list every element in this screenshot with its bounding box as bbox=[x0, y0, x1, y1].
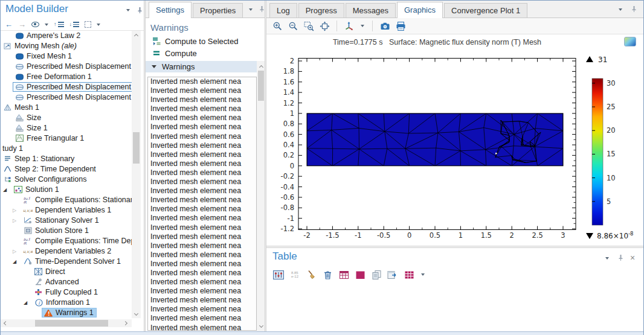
scroll-thumb[interactable] bbox=[133, 132, 140, 164]
tab-progress[interactable]: Progress bbox=[298, 3, 344, 18]
zoom-out-icon[interactable] bbox=[287, 20, 299, 32]
tree-item-size-1[interactable]: Size 1 bbox=[1, 123, 132, 133]
warnings-section-header[interactable]: Warnings bbox=[146, 61, 265, 72]
scroll-up-arrow[interactable] bbox=[132, 31, 141, 39]
warning-list-item[interactable]: Inverted mesh element nea bbox=[148, 250, 256, 260]
tab-messages[interactable]: Messages bbox=[346, 3, 396, 18]
expanded-arrow-icon[interactable]: ◢ bbox=[13, 259, 16, 265]
warning-list-item[interactable]: Inverted mesh element nea bbox=[148, 86, 256, 95]
table-grid-icon[interactable] bbox=[403, 269, 415, 281]
tree-item-step-2-time-dependent[interactable]: Step 2: Time Dependent bbox=[1, 164, 132, 174]
close-icon[interactable]: × bbox=[628, 254, 637, 262]
tree-item-stationary-solver-1[interactable]: ▷Stationary Solver 1 bbox=[1, 215, 132, 226]
back-icon[interactable]: ← bbox=[5, 20, 13, 30]
warning-list-item[interactable]: Inverted mesh element nea bbox=[148, 269, 256, 278]
warning-list-item[interactable]: Inverted mesh element nea bbox=[148, 324, 256, 331]
tab-graphics[interactable]: Graphics bbox=[397, 2, 443, 18]
tree-item-advanced[interactable]: Advanced bbox=[1, 277, 132, 287]
zoom-extents-icon[interactable] bbox=[318, 20, 330, 32]
expanded-arrow-icon[interactable]: ◢ bbox=[3, 187, 7, 193]
forward-icon[interactable]: → bbox=[18, 20, 26, 30]
warning-list-item[interactable]: Inverted mesh element nea bbox=[148, 223, 256, 232]
warning-list-item[interactable]: Inverted mesh element nea bbox=[148, 177, 256, 187]
zoom-in-icon[interactable] bbox=[271, 20, 283, 32]
tree-item-prescribed-mesh-displacement-2[interactable]: Prescribed Mesh Displacement 2 bbox=[1, 82, 132, 92]
tree-item-step-1-stationary[interactable]: Step 1: Stationary bbox=[1, 154, 132, 164]
scroll-thumb[interactable] bbox=[258, 71, 264, 101]
tab-log[interactable]: Log bbox=[269, 3, 297, 18]
move-down-icon[interactable]: ↓ bbox=[69, 20, 80, 30]
warning-list-item[interactable]: Inverted mesh element nea bbox=[148, 141, 256, 150]
tree-item-dependent-variables-2[interactable]: ▷u,v,wDependent Variables 2 bbox=[1, 246, 132, 257]
chevron-down-icon[interactable] bbox=[246, 5, 256, 14]
tree-item-size[interactable]: Size bbox=[1, 113, 132, 123]
update-table-icon[interactable] bbox=[338, 269, 350, 281]
compute-to-selected-button[interactable]: Compute to Selected bbox=[152, 36, 238, 46]
pin-icon[interactable] bbox=[257, 5, 265, 13]
tree-item-free-deformation-1[interactable]: Free Deformation 1 bbox=[1, 72, 132, 82]
color-icon[interactable] bbox=[354, 269, 366, 281]
tree-item-tudy-1[interactable]: tudy 1 bbox=[1, 144, 132, 154]
orientation-icon[interactable] bbox=[343, 20, 355, 32]
warning-list-item[interactable]: Inverted mesh element nea bbox=[148, 132, 256, 141]
warning-list-item[interactable]: Inverted mesh element nea bbox=[148, 150, 256, 159]
pin-icon[interactable] bbox=[616, 254, 625, 262]
show-icon[interactable] bbox=[31, 20, 39, 30]
warning-list-item[interactable]: Inverted mesh element nea bbox=[148, 113, 256, 123]
pin-icon[interactable] bbox=[135, 6, 144, 14]
settings-vscrollbar[interactable] bbox=[257, 61, 265, 331]
full-precision-icon[interactable]: 8.85e-12 bbox=[289, 269, 301, 281]
warning-list-item[interactable]: Inverted mesh element nea bbox=[148, 187, 256, 196]
scroll-thumb[interactable] bbox=[35, 320, 108, 327]
tree-item-moving-mesh-[interactable]: Moving Mesh (ale) bbox=[1, 41, 132, 51]
chevron-down-icon[interactable] bbox=[123, 6, 133, 14]
tree-item-free-triangular-1[interactable]: Free Triangular 1 bbox=[1, 133, 132, 144]
chevron-down-icon[interactable] bbox=[97, 20, 100, 30]
chevron-down-icon[interactable] bbox=[602, 254, 612, 263]
clear-table-icon[interactable] bbox=[305, 269, 317, 281]
scroll-down-arrow[interactable] bbox=[132, 310, 141, 318]
scroll-left-arrow[interactable] bbox=[1, 319, 9, 327]
tree-item-compile-equations-stationary[interactable]: ∂u.f∂tCompile Equations: Stationary bbox=[1, 195, 132, 205]
warning-list-item[interactable]: Inverted mesh element nea bbox=[148, 260, 256, 269]
tree-item-mesh-1[interactable]: Mesh 1 bbox=[1, 103, 132, 113]
move-up-icon[interactable]: ↑ bbox=[54, 20, 64, 30]
tree-item-prescribed-mesh-displacement-3[interactable]: Prescribed Mesh Displacement 3 bbox=[1, 92, 132, 103]
chevron-down-icon[interactable] bbox=[359, 20, 366, 32]
copy-icon[interactable] bbox=[370, 269, 382, 281]
scroll-right-arrow[interactable] bbox=[122, 319, 130, 327]
warning-list-item[interactable]: Inverted mesh element nea bbox=[148, 205, 256, 214]
collapsed-arrow-icon[interactable]: ▷ bbox=[13, 208, 16, 214]
warning-list-item[interactable]: Inverted mesh element nea bbox=[148, 77, 256, 86]
tree-vscrollbar[interactable] bbox=[132, 31, 141, 318]
tree-item-fixed-mesh-1[interactable]: Fixed Mesh 1 bbox=[1, 51, 132, 62]
warning-list-item[interactable]: Inverted mesh element nea bbox=[148, 168, 256, 177]
warning-list-item[interactable]: Inverted mesh element nea bbox=[148, 305, 256, 314]
tree-item-compile-equations-time-depe[interactable]: ∂u.f∂tCompile Equations: Time Depe bbox=[1, 236, 132, 246]
chevron-down-icon[interactable] bbox=[45, 20, 48, 30]
warning-list-item[interactable]: Inverted mesh element nea bbox=[148, 314, 256, 323]
warning-list-item[interactable]: Inverted mesh element nea bbox=[148, 104, 256, 113]
warning-list-item[interactable]: Inverted mesh element nea bbox=[148, 214, 256, 223]
tab-properties[interactable]: Properties bbox=[193, 3, 243, 18]
tree-item-solution-store-1[interactable]: Solution Store 1 bbox=[1, 226, 132, 236]
tree-item-dependent-variables-1[interactable]: ▷u,v,wDependent Variables 1 bbox=[1, 205, 132, 215]
tree-item-fully-coupled-1[interactable]: Fully Coupled 1 bbox=[1, 287, 132, 298]
compute-button[interactable]: Compute bbox=[152, 48, 197, 59]
chevron-down-icon[interactable] bbox=[616, 5, 625, 14]
tree-item-ampere-s-law-2[interactable]: Ampere's Law 2 bbox=[1, 31, 132, 41]
warning-list-item[interactable]: Inverted mesh element nea bbox=[148, 95, 256, 104]
print-icon[interactable] bbox=[394, 20, 407, 32]
collapsed-arrow-icon[interactable]: ▷ bbox=[13, 249, 16, 255]
camera-icon[interactable] bbox=[379, 20, 391, 32]
warning-list-item[interactable]: Inverted mesh element nea bbox=[148, 296, 256, 305]
scroll-down-arrow[interactable] bbox=[257, 322, 265, 330]
warning-list-item[interactable]: Inverted mesh element nea bbox=[148, 196, 256, 205]
tree-item-prescribed-mesh-displacement-1[interactable]: Prescribed Mesh Displacement 1 bbox=[1, 62, 132, 72]
plot-image-icon[interactable] bbox=[624, 37, 636, 46]
warning-list-item[interactable]: Inverted mesh element nea bbox=[148, 159, 256, 168]
tree-hscrollbar[interactable] bbox=[1, 319, 132, 327]
collapsed-arrow-icon[interactable]: ▷ bbox=[13, 218, 16, 224]
pin-icon[interactable] bbox=[629, 5, 639, 13]
tab-convergence-plot-1[interactable]: Convergence Plot 1 bbox=[444, 3, 527, 18]
